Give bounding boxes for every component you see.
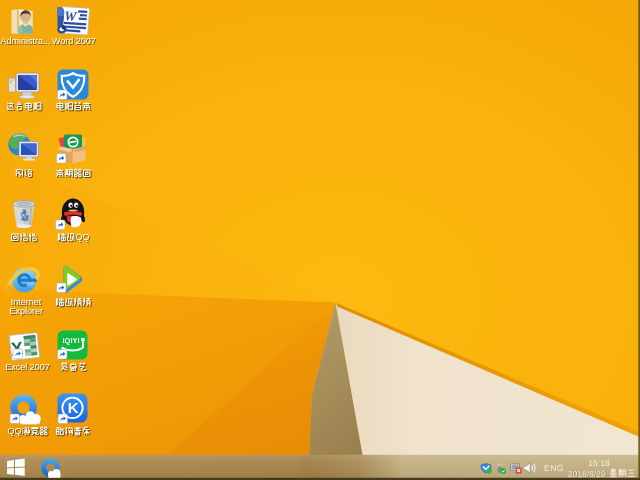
svg-text:Excel 2007: Excel 2007 [5, 362, 50, 372]
svg-text:QQ: QQ [8, 426, 22, 436]
svg-text:QQ: QQ [75, 232, 89, 242]
svg-text:2018/8/29: 2018/8/29 [568, 468, 606, 478]
svg-text:Word 2007: Word 2007 [52, 36, 96, 46]
svg-text:Explorer: Explorer [10, 306, 44, 316]
svg-text:Administra...: Administra... [0, 36, 50, 46]
